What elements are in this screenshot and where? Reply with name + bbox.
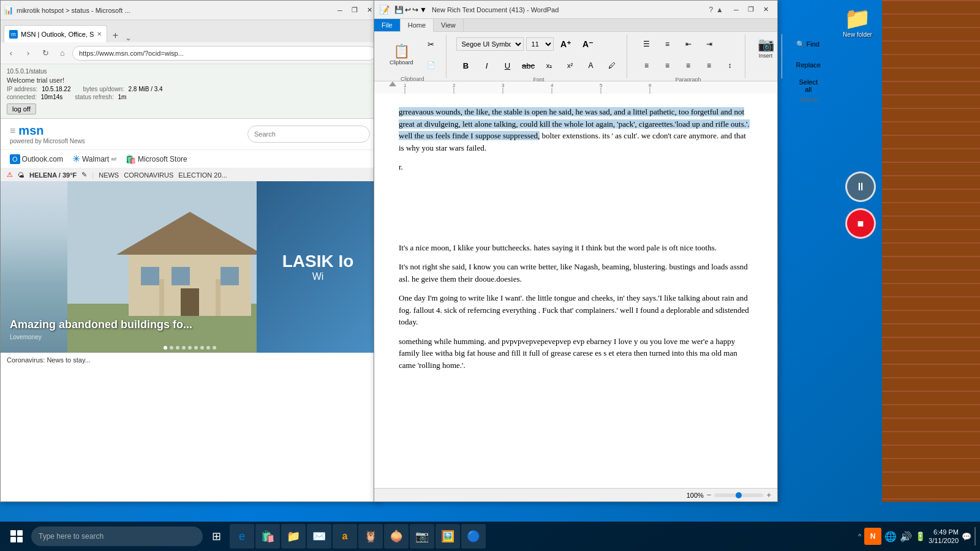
refresh-button[interactable]: ↻ (38, 46, 53, 61)
taskbar-clock[interactable]: 6:49 PM 3/11/2020 (929, 528, 959, 545)
hero-overlay: Amazing abandoned buildings fo... Lovemo… (10, 318, 192, 340)
justify-button[interactable]: ≡ (699, 56, 719, 75)
taskbar-edge-2-button[interactable]: 🔵 (461, 524, 486, 549)
line-spacing-button[interactable]: ↕ (720, 56, 740, 75)
align-right-button[interactable]: ≡ (679, 56, 698, 75)
tripadvisor-icon: 🦉 (364, 530, 377, 543)
msn-nav-microsoft[interactable]: 🛍️ Microsoft Store (126, 154, 187, 164)
task-view-button[interactable]: ⊞ (204, 524, 228, 549)
decrease-indent-button[interactable]: ⇤ (679, 34, 698, 54)
taskbar-photos-button[interactable]: 🖼️ (435, 524, 460, 549)
wordpad-minimize-button[interactable]: ─ (729, 3, 743, 17)
increase-indent-button[interactable]: ⇥ (699, 34, 719, 54)
news-alert-icon: ⚠ (7, 171, 13, 179)
replace-button[interactable]: Replace (792, 55, 825, 75)
cut-button[interactable]: ✂ (421, 34, 441, 54)
show-desktop-button[interactable] (974, 527, 977, 545)
find-icon: 🔍 (796, 40, 805, 48)
zoom-out-button[interactable]: − (707, 490, 712, 500)
url-input[interactable] (72, 46, 376, 61)
pause-recording-button[interactable]: ⏸ (845, 171, 876, 202)
notification-icon[interactable]: 💬 (962, 532, 971, 541)
stop-recording-button[interactable]: ■ (845, 208, 876, 239)
align-center-button[interactable]: ≡ (658, 56, 677, 75)
copy-button[interactable]: 📄 (421, 55, 441, 75)
select-all-button[interactable]: Select all (792, 76, 825, 96)
font-name-select[interactable]: Segoe UI Symbol (456, 37, 524, 51)
browser-minimize-button[interactable]: ─ (333, 4, 347, 17)
wordpad-restore-button[interactable]: ❐ (744, 3, 758, 17)
taskbar-amazon-button[interactable]: a (333, 524, 357, 549)
italic-button[interactable]: I (477, 56, 497, 75)
taskbar-fileexplorer-button[interactable]: 📁 (281, 524, 306, 549)
back-button[interactable]: ‹ (4, 46, 18, 61)
ribbon-tab-home[interactable]: Home (401, 19, 434, 32)
taskbar-search-input[interactable] (31, 527, 203, 546)
taskbar-edge-button[interactable]: e (230, 524, 254, 549)
font-size-select[interactable]: 11 (526, 37, 554, 51)
tab-close-button[interactable]: ✕ (97, 31, 102, 37)
news-nav-coronavirus[interactable]: CORONAVIRUS (124, 171, 173, 179)
doc-paragraph-highlighted: grreavaous wounds, the like, the stable … (399, 106, 753, 154)
desktop: AVG AVG 💬 Skype 🖥️ FreeFileView... 📁 Rec… (0, 0, 980, 551)
news-nav-news[interactable]: NEWS (99, 171, 119, 179)
underline-button[interactable]: U (498, 56, 518, 75)
wordpad-customize-icon[interactable]: ▼ (420, 6, 427, 14)
msn-nav-walmart[interactable]: ✳ Walmart ad (72, 153, 116, 165)
bullets-button[interactable]: ☰ (637, 34, 657, 54)
msn-nav-outlook[interactable]: O Outlook.com (10, 154, 63, 164)
wordpad-undo-icon[interactable]: ↩ (405, 6, 411, 14)
superscript-button[interactable]: x² (560, 56, 580, 75)
shrink-font-button[interactable]: A⁻ (578, 34, 598, 54)
news-nav-election[interactable]: ELECTION 20... (178, 171, 227, 179)
zoom-in-button[interactable]: + (766, 490, 771, 500)
ribbon-tab-file[interactable]: File (374, 19, 401, 31)
font-color-button[interactable]: A (581, 56, 601, 75)
bold-button[interactable]: B (456, 56, 476, 75)
show-hidden-icons-button[interactable]: ^ (858, 533, 861, 540)
wordpad-close-button[interactable]: ✕ (759, 3, 772, 17)
stop-icon: ■ (858, 217, 864, 230)
browser-restore-button[interactable]: ❐ (348, 4, 361, 17)
forward-button[interactable]: › (21, 46, 36, 61)
grow-font-button[interactable]: A⁺ (556, 34, 576, 54)
system-tray-icon[interactable]: N (864, 528, 881, 545)
logoff-button[interactable]: log off (7, 103, 36, 114)
document-content[interactable]: grreavaous wounds, the like, the stable … (374, 94, 777, 488)
subscript-button[interactable]: x₂ (540, 56, 559, 75)
edit-icon[interactable]: ✎ (81, 171, 87, 179)
insert-button[interactable]: 📷 Insert (755, 34, 777, 61)
desktop-icon-new-folder[interactable]: 📁 New folder (836, 3, 879, 42)
find-button[interactable]: 🔍 Find (792, 34, 825, 54)
zoom-slider-thumb[interactable] (736, 492, 742, 498)
ribbon-tab-view[interactable]: View (434, 19, 464, 31)
start-icon (10, 530, 23, 542)
doc-para2-text: It's not right she said, I know you can … (399, 262, 748, 283)
network-icon[interactable]: 🌐 (884, 531, 897, 542)
wordpad-save-icon[interactable]: 💾 (394, 6, 404, 14)
volume-icon[interactable]: 🔊 (900, 531, 912, 542)
wordpad-redo-icon[interactable]: ↪ (412, 6, 418, 14)
wordpad-ribbon-collapse[interactable]: ▲ (716, 6, 723, 14)
highlight-color-button[interactable]: 🖊 (602, 56, 622, 75)
battery-icon[interactable]: 🔋 (915, 531, 925, 541)
taskbar-camera-button[interactable]: 📷 (410, 524, 434, 549)
new-tab-button[interactable]: + (107, 29, 123, 42)
taskbar-tripadvisor-button[interactable]: 🦉 (358, 524, 383, 549)
numbering-button[interactable]: ≡ (658, 34, 677, 54)
home-button[interactable]: ⌂ (55, 46, 70, 61)
msn-search-input[interactable] (247, 126, 370, 143)
taskbar-tor-taskbar-button[interactable]: 🧅 (384, 524, 409, 549)
zoom-slider[interactable] (714, 493, 763, 497)
taskbar-mail-button[interactable]: ✉️ (307, 524, 331, 549)
taskbar-store-button[interactable]: 🛍️ (255, 524, 280, 549)
strikethrough-button[interactable]: abc (519, 56, 538, 75)
paste-button[interactable]: 📋 Clipboard (384, 40, 419, 69)
browser-tab-msn[interactable]: m MSN | Outlook, Office, S ✕ (4, 25, 107, 42)
tab-dropdown-button[interactable]: ⌄ (125, 33, 132, 42)
start-button[interactable] (3, 523, 30, 550)
wordpad-help-icon[interactable]: ? (709, 6, 713, 14)
align-left-button[interactable]: ≡ (637, 56, 657, 75)
edge-2-icon: 🔵 (467, 530, 480, 543)
svg-rect-10 (374, 81, 777, 94)
